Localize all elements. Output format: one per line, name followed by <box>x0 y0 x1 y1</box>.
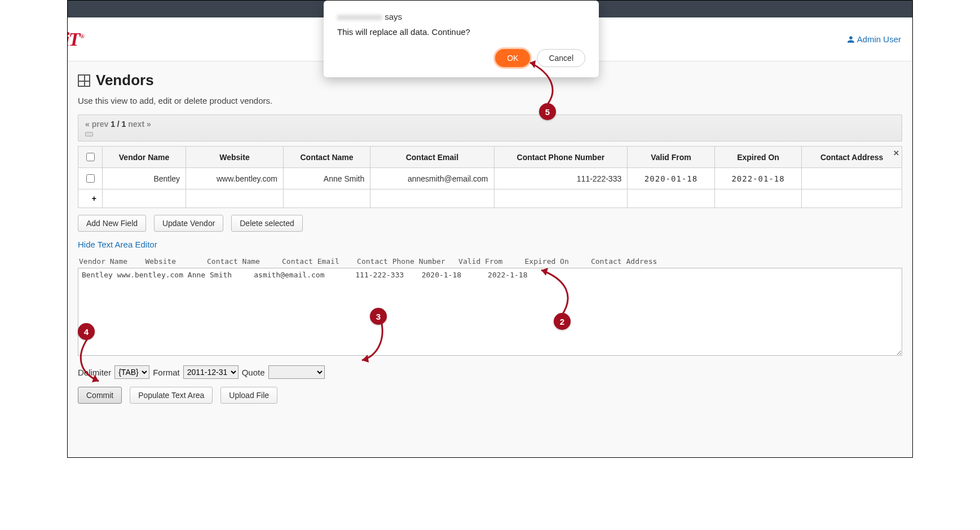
col-contact-phone: Contact Phone Number <box>494 147 628 168</box>
update-vendor-button[interactable]: Update Vendor <box>154 215 223 232</box>
current-user-link[interactable]: Admin User <box>847 34 901 44</box>
upload-file-button[interactable]: Upload File <box>220 387 277 404</box>
row-checkbox[interactable] <box>86 174 95 183</box>
cell-website[interactable]: www.bentley.com <box>186 168 284 189</box>
col-contact-email: Contact Email <box>370 147 494 168</box>
confirm-dialog: xxxxxxxxxx says This will replace all da… <box>324 1 599 77</box>
page-subtitle: Use this view to add, edit or delete pro… <box>78 96 902 105</box>
callout-2: 2 <box>554 313 571 330</box>
editor-column-labels: Vendor Name Website Contact Name Contact… <box>78 255 902 268</box>
dialog-origin: xxxxxxxxxx says <box>337 12 585 21</box>
delimiter-label: Delimiter <box>78 368 111 377</box>
cell-contact-address[interactable] <box>802 168 902 189</box>
cell-expired-on[interactable]: 2022-01-18 <box>714 168 802 189</box>
pager-next[interactable]: next » <box>128 120 151 129</box>
format-select[interactable]: 2011-12-31 <box>183 365 239 379</box>
dialog-cancel-button[interactable]: Cancel <box>537 49 585 67</box>
grid-icon <box>78 74 90 87</box>
col-valid-from: Valid From <box>628 147 715 168</box>
cell-contact-email[interactable]: annesmith@email.com <box>370 168 494 189</box>
format-label: Format <box>153 368 180 377</box>
pager-slider[interactable] <box>85 132 895 138</box>
callout-5: 5 <box>539 103 556 120</box>
hide-editor-link[interactable]: Hide Text Area Editor <box>78 240 157 249</box>
user-icon <box>847 36 855 43</box>
quote-select[interactable] <box>268 365 325 379</box>
pager-prev[interactable]: « prev <box>85 120 108 129</box>
col-vendor-name: Vendor Name <box>103 147 186 168</box>
dialog-ok-button[interactable]: OK <box>495 49 530 67</box>
table-row: Bentley www.bentley.com Anne Smith annes… <box>78 168 902 189</box>
cell-contact-phone[interactable]: 111-222-333 <box>494 168 628 189</box>
select-all-checkbox[interactable] <box>86 153 95 161</box>
col-contact-name: Contact Name <box>283 147 370 168</box>
populate-text-area-button[interactable]: Populate Text Area <box>130 387 213 404</box>
add-new-field-button[interactable]: Add New Field <box>78 215 146 232</box>
delete-selected-button[interactable]: Delete selected <box>231 215 303 232</box>
col-contact-address: Contact Address✕ <box>802 147 902 168</box>
callout-3: 3 <box>370 308 387 325</box>
add-row-button[interactable]: + <box>78 189 103 208</box>
quote-label: Quote <box>242 368 265 377</box>
cell-contact-name[interactable]: Anne Smith <box>283 168 370 189</box>
table-add-row: + <box>78 189 902 208</box>
pager-count: 1 / 1 <box>111 120 126 129</box>
cell-valid-from[interactable]: 2020-01-18 <box>628 168 715 189</box>
col-website: Website <box>186 147 284 168</box>
cell-vendor-name[interactable]: Bentley <box>103 168 186 189</box>
admin-user-label: Admin User <box>857 34 901 44</box>
page-title: Vendors <box>96 72 154 89</box>
dialog-message: This will replace all data. Continue? <box>337 27 585 37</box>
delimiter-select[interactable]: {TAB} <box>114 365 149 379</box>
callout-4: 4 <box>78 323 95 340</box>
logo: iT® <box>67 29 83 50</box>
col-expired-on: Expired On <box>714 147 802 168</box>
bulk-edit-textarea[interactable] <box>78 268 902 356</box>
vendor-table: Vendor Name Website Contact Name Contact… <box>78 146 902 208</box>
pagination-box: « prev 1 / 1 next » <box>78 114 902 142</box>
remove-column-icon[interactable]: ✕ <box>893 149 899 157</box>
commit-button[interactable]: Commit <box>78 387 122 404</box>
